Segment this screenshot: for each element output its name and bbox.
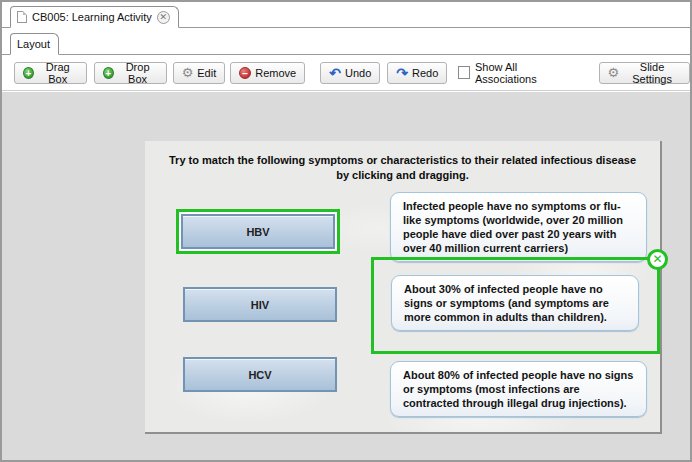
redo-button[interactable]: ↷ Redo: [387, 62, 447, 84]
drop-box-2[interactable]: About 30% of infected people have no sig…: [391, 275, 639, 331]
tab-learning-activity[interactable]: CB005: Learning Activity ✕: [10, 6, 179, 28]
layout-tab-bar: Layout: [2, 28, 690, 55]
tab-label: Layout: [17, 38, 50, 50]
remove-association-icon[interactable]: ✕: [647, 249, 668, 270]
gear-icon: ⚙: [182, 66, 194, 79]
show-all-associations-checkbox[interactable]: [458, 66, 470, 79]
gear-icon: ⚙: [608, 66, 620, 79]
slide-settings-label: Slide Settings: [623, 61, 681, 85]
document-icon: [17, 11, 27, 23]
show-all-associations-label: Show All Associations: [475, 61, 569, 85]
redo-icon: ↷: [396, 66, 408, 80]
drop-box-button[interactable]: + Drop Box: [94, 62, 167, 84]
undo-button[interactable]: ↶ Undo: [320, 62, 380, 84]
editor-canvas: Try to match the following symptoms or c…: [2, 92, 690, 460]
drop-box-label: Drop Box: [118, 61, 158, 85]
close-tab-icon[interactable]: ✕: [157, 11, 170, 24]
edit-button[interactable]: ⚙ Edit: [173, 62, 226, 84]
tab-label: CB005: Learning Activity: [32, 11, 152, 23]
slide-preview: Try to match the following symptoms or c…: [145, 141, 662, 434]
instruction-line-2: by clicking and dragging.: [145, 168, 660, 183]
drag-box-label: Drag Box: [38, 61, 78, 85]
drag-box-hcv[interactable]: HCV: [183, 357, 337, 392]
remove-label: Remove: [255, 67, 296, 79]
application-window: CB005: Learning Activity ✕ Layout + Drag…: [0, 0, 692, 462]
document-tab-bar: CB005: Learning Activity ✕: [2, 2, 690, 28]
remove-icon: −: [239, 67, 251, 79]
remove-button[interactable]: − Remove: [230, 62, 305, 84]
instruction-line-1: Try to match the following symptoms or c…: [145, 153, 660, 168]
tab-layout[interactable]: Layout: [10, 33, 59, 55]
drop-box-3[interactable]: About 80% of infected people have no sig…: [390, 361, 647, 417]
drag-box-hbv[interactable]: HBV: [181, 214, 335, 249]
undo-label: Undo: [345, 67, 371, 79]
slide-instruction: Try to match the following symptoms or c…: [145, 153, 660, 183]
drag-box-selection-outline: HBV: [176, 209, 340, 254]
slide-settings-button[interactable]: ⚙ Slide Settings: [599, 62, 690, 84]
drag-box-button[interactable]: + Drag Box: [14, 62, 87, 84]
drag-box-hiv[interactable]: HIV: [183, 287, 337, 322]
show-all-associations-option: Show All Associations: [458, 61, 568, 85]
drop-box-1[interactable]: Infected people have no symptoms or flu-…: [390, 192, 647, 262]
redo-label: Redo: [412, 67, 438, 79]
toolbar: + Drag Box + Drop Box ⚙ Edit − Remove ↶ …: [2, 55, 690, 91]
undo-icon: ↶: [329, 66, 341, 80]
add-icon: +: [103, 67, 114, 79]
edit-label: Edit: [197, 67, 216, 79]
add-icon: +: [23, 67, 34, 79]
